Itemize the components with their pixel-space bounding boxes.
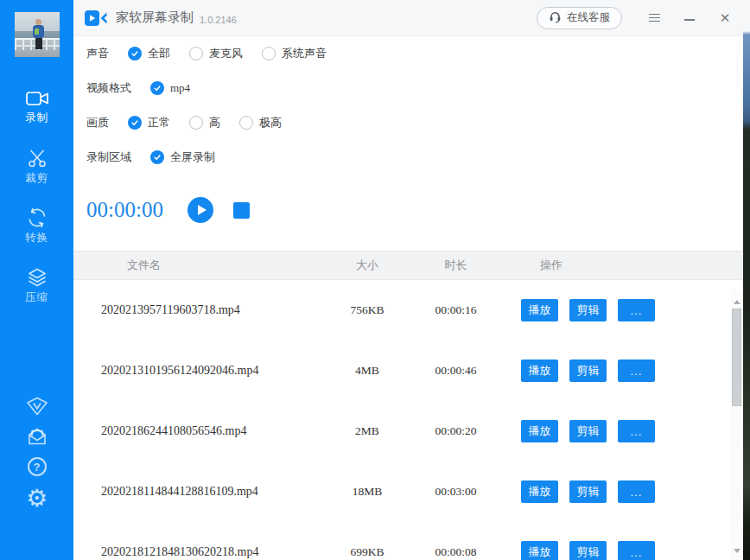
radio-unchecked-icon: [189, 116, 203, 130]
screen: 录制 裁剪 转换 压缩: [0, 0, 750, 560]
option-row-quality: 画质 正常 高 极高: [73, 105, 743, 140]
more-actions-button[interactable]: ...: [618, 420, 655, 442]
radio-quality-high[interactable]: 高: [189, 115, 220, 130]
scroll-up-icon[interactable]: [734, 300, 740, 304]
table-row: 2020218114844128816109.mp4 18MB 00:03:00…: [73, 461, 743, 522]
play-file-button[interactable]: 播放: [521, 420, 558, 442]
app-logo-icon: [85, 10, 107, 27]
radio-sound-microphone[interactable]: 麦克风: [189, 46, 243, 61]
sidebar: 录制 裁剪 转换 压缩: [0, 0, 73, 560]
more-actions-button[interactable]: ...: [618, 360, 655, 382]
radio-format-mp4[interactable]: mp4: [150, 81, 190, 95]
mail-icon[interactable]: [26, 426, 48, 448]
recordings-table: 文件名 大小 时长 操作 2020213957119603718.mp4 756…: [73, 251, 743, 560]
file-duration: 00:00:08: [402, 545, 510, 559]
option-label: 视频格式: [86, 80, 131, 96]
more-actions-button[interactable]: ...: [618, 541, 655, 560]
file-name: 2020213957119603718.mp4: [73, 303, 333, 317]
sidebar-item-convert[interactable]: 转换: [0, 206, 73, 246]
edit-file-button[interactable]: 剪辑: [569, 360, 607, 382]
edit-file-button[interactable]: 剪辑: [569, 541, 607, 560]
edit-file-button[interactable]: 剪辑: [569, 299, 607, 321]
sidebar-item-trim[interactable]: 裁剪: [0, 146, 73, 187]
convert-icon: [27, 207, 48, 228]
radio-label: 正常: [148, 115, 170, 130]
sidebar-item-compress[interactable]: 压缩: [0, 265, 73, 306]
recording-timer: 00:00:00: [86, 198, 169, 222]
sidebar-item-label: 裁剪: [25, 171, 48, 186]
table-scrollbar[interactable]: [731, 290, 743, 560]
option-label: 声音: [86, 46, 109, 61]
app-version: 1.0.2146: [200, 15, 237, 25]
option-row-region: 录制区域 全屏录制: [73, 140, 743, 175]
file-size: 756KB: [333, 303, 402, 317]
radio-quality-veryhigh[interactable]: 极高: [239, 115, 282, 130]
radio-unchecked-icon: [262, 47, 276, 60]
radio-quality-normal[interactable]: 正常: [128, 115, 170, 130]
scroll-down-icon[interactable]: [734, 549, 740, 553]
menu-button[interactable]: [646, 14, 662, 22]
radio-label: 极高: [259, 115, 282, 130]
desktop-background: [743, 0, 750, 560]
settings-icon[interactable]: ⚙: [26, 486, 48, 512]
avatar-photo-person: [35, 38, 42, 49]
radio-label: 麦克风: [209, 46, 243, 61]
table-row: 2020213101956124092046.mp4 4MB 00:00:46 …: [73, 340, 743, 401]
online-support-button[interactable]: 在线客服: [537, 7, 622, 29]
avatar-photo-person: [35, 29, 39, 35]
play-file-button[interactable]: 播放: [521, 541, 558, 560]
scrollbar-thumb[interactable]: [732, 309, 741, 406]
file-size: 18MB: [333, 485, 402, 499]
vip-icon[interactable]: [26, 396, 48, 417]
play-file-button[interactable]: 播放: [521, 299, 558, 321]
column-header-filename: 文件名: [73, 258, 333, 273]
app-title: 家软屏幕录制: [116, 10, 194, 26]
play-icon[interactable]: [188, 197, 213, 223]
titlebar: 家软屏幕录制 1.0.2146 在线客服 ✕: [73, 0, 743, 36]
stop-icon[interactable]: [233, 202, 250, 219]
minimize-icon: [684, 19, 695, 21]
sidebar-item-record[interactable]: 录制: [0, 86, 73, 127]
radio-region-fullscreen[interactable]: 全屏录制: [150, 150, 215, 165]
radio-label: mp4: [170, 81, 190, 95]
more-actions-button[interactable]: ...: [618, 299, 655, 321]
radio-checked-icon: [128, 116, 142, 130]
sidebar-item-label: 转换: [25, 231, 48, 245]
sidebar-nav: 录制 裁剪 转换 压缩: [0, 86, 73, 325]
file-name: 20202186244108056546.mp4: [73, 424, 333, 438]
avatar[interactable]: [15, 12, 60, 57]
recorder-controls: 00:00:00: [73, 191, 743, 229]
file-duration: 00:00:16: [402, 303, 510, 317]
radio-checked-icon: [150, 150, 164, 164]
close-button[interactable]: ✕: [717, 10, 733, 26]
app-window: 录制 裁剪 转换 压缩: [0, 0, 743, 560]
sidebar-item-label: 录制: [25, 111, 48, 125]
help-icon[interactable]: ?: [28, 457, 47, 476]
sidebar-footer: ? ⚙: [0, 396, 73, 512]
online-support-label: 在线客服: [567, 10, 610, 25]
file-size: 699KB: [333, 545, 402, 559]
scissors-icon: [27, 148, 48, 169]
table-body: 2020213957119603718.mp4 756KB 00:00:16 播…: [73, 280, 743, 560]
camera-icon: [26, 89, 48, 108]
column-header-actions: 操作: [510, 258, 743, 273]
option-label: 录制区域: [86, 150, 131, 165]
radio-unchecked-icon: [189, 47, 203, 60]
table-row: 20202186244108056546.mp4 2MB 00:00:20 播放…: [73, 401, 743, 461]
radio-sound-all[interactable]: 全部: [128, 46, 170, 61]
edit-file-button[interactable]: 剪辑: [569, 420, 607, 442]
file-name: 2020218114844128816109.mp4: [73, 485, 333, 499]
file-size: 2MB: [333, 424, 402, 438]
file-duration: 00:00:20: [402, 424, 510, 438]
radio-checked-icon: [128, 47, 142, 60]
radio-checked-icon: [150, 81, 164, 95]
radio-label: 系统声音: [282, 46, 327, 61]
minimize-button[interactable]: [682, 15, 697, 21]
radio-sound-system[interactable]: 系统声音: [262, 46, 327, 61]
edit-file-button[interactable]: 剪辑: [569, 480, 607, 503]
table-header: 文件名 大小 时长 操作: [73, 251, 743, 280]
table-row: 2020218121848130620218.mp4 699KB 00:00:0…: [73, 522, 743, 560]
play-file-button[interactable]: 播放: [521, 360, 558, 382]
play-file-button[interactable]: 播放: [521, 480, 558, 503]
more-actions-button[interactable]: ...: [618, 480, 655, 503]
